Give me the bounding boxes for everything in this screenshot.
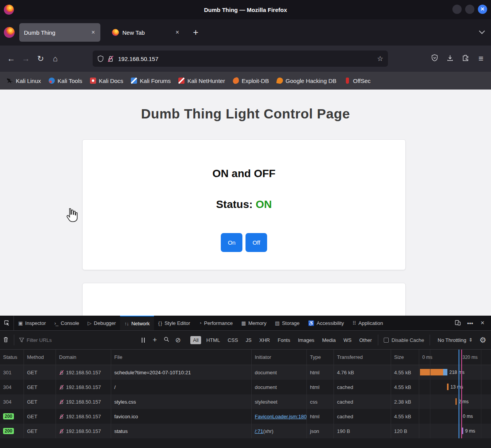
devtools-tab-application[interactable]: ⠿ Application xyxy=(348,316,387,330)
minimize-button[interactable] xyxy=(452,5,462,14)
requests-table-header: StatusMethodDomainFileInitiatorTypeTrans… xyxy=(0,350,491,365)
kali-tools-icon xyxy=(49,78,55,84)
mouse-cursor xyxy=(66,208,78,222)
request-row[interactable]: 200 GET 192.168.50.157 favicon.ico Favic… xyxy=(0,409,491,424)
shield-permissions-icon[interactable] xyxy=(97,55,104,63)
kali-nethunter-icon xyxy=(178,78,185,84)
tab-close-icon[interactable]: × xyxy=(91,29,96,36)
bookmark-kali-linux[interactable]: Kali Linux xyxy=(4,76,44,86)
status-line: Status: ON xyxy=(83,198,405,211)
status-value: ON xyxy=(256,198,272,210)
new-tab-button[interactable]: + xyxy=(188,27,204,38)
request-row[interactable]: 304 GET 192.168.50.157 styles.css styles… xyxy=(0,394,491,409)
bookmark-star-icon[interactable]: ☆ xyxy=(377,54,383,63)
responsive-design-icon[interactable] xyxy=(452,320,463,327)
filter-other[interactable]: Other xyxy=(357,336,375,344)
devtools-tab-performance[interactable]: ◔ Performance xyxy=(195,316,237,330)
insecure-lock-icon[interactable] xyxy=(107,55,114,63)
exploit-db-icon xyxy=(232,77,240,85)
requests-table: StatusMethodDomainFileInitiatorTypeTrans… xyxy=(0,350,491,438)
initiator-link[interactable]: /:71 xyxy=(255,428,263,434)
filter-urls-input[interactable]: Filter URLs xyxy=(19,337,137,343)
column-header-status[interactable]: Status xyxy=(0,350,24,365)
protections-shield-icon[interactable] xyxy=(430,54,440,64)
filter-xhr[interactable]: XHR xyxy=(257,336,273,344)
tab-label: New Tab xyxy=(122,29,175,36)
disable-cache-checkbox[interactable]: Disable Cache xyxy=(384,337,424,343)
back-icon[interactable]: ← xyxy=(4,54,19,63)
tab-dumb-thing[interactable]: Dumb Thing × xyxy=(19,23,100,42)
firefox-window: Dumb Thing — Mozilla Firefox ✕ Dumb Thin… xyxy=(0,0,491,448)
column-header-method[interactable]: Method xyxy=(24,350,56,365)
insecure-lock-icon xyxy=(59,414,64,419)
devtools-tab-inspector[interactable]: ▣ Inspector xyxy=(14,316,50,330)
column-header-size[interactable]: Size xyxy=(391,350,419,365)
forward-icon[interactable]: → xyxy=(19,54,33,63)
off-button[interactable]: Off xyxy=(246,233,267,252)
request-row[interactable]: 301 GET 192.168.50.157 schedule?time=202… xyxy=(0,365,491,380)
column-header-transferred[interactable]: Transferred xyxy=(334,350,391,365)
close-button[interactable]: ✕ xyxy=(478,5,487,14)
devtools-tab-storage[interactable]: ▤ Storage xyxy=(271,316,304,330)
kali-forums-icon xyxy=(131,78,137,84)
list-tabs-chevron-icon[interactable] xyxy=(479,29,484,33)
extensions-icon[interactable] xyxy=(461,54,471,63)
add-request-icon[interactable]: + xyxy=(149,336,161,344)
load-event-marker xyxy=(461,350,462,438)
status-label: Status: xyxy=(216,198,253,210)
filter-js[interactable]: JS xyxy=(243,336,254,344)
reload-icon[interactable]: ↻ xyxy=(33,54,48,63)
search-icon[interactable] xyxy=(161,336,172,343)
bookmark-kali-forums[interactable]: Kali Forums xyxy=(128,76,174,86)
funnel-icon xyxy=(19,337,24,343)
throttling-select[interactable]: No Throttling ⇕ xyxy=(438,337,472,343)
pause-recording-icon[interactable] xyxy=(142,338,145,343)
devtools-tab-style-editor[interactable]: { } Style Editor xyxy=(154,316,195,330)
filter-html[interactable]: HTML xyxy=(203,336,222,344)
column-header-domain[interactable]: Domain xyxy=(56,350,111,365)
url-bar[interactable]: 192.168.50.157 ☆ xyxy=(93,51,388,67)
devtools-tab-console[interactable]: ›_ Console xyxy=(50,316,83,330)
bookmark-kali-tools[interactable]: Kali Tools xyxy=(46,76,85,86)
pick-element-icon[interactable] xyxy=(0,316,14,330)
block-requests-icon[interactable]: ⊘ xyxy=(172,336,184,344)
column-header-file[interactable]: File xyxy=(111,350,252,365)
home-icon[interactable]: ⌂ xyxy=(48,54,63,63)
bookmark-kali-docs[interactable]: Kali Docs xyxy=(87,76,126,86)
column-header-type[interactable]: Type xyxy=(307,350,334,365)
network-settings-gear-icon[interactable]: ⚙ xyxy=(479,335,486,345)
filter-all[interactable]: All xyxy=(190,336,201,344)
devtools-tab-memory[interactable]: ▦ Memory xyxy=(237,316,271,330)
devtools-tab-debugger[interactable]: ▷ Debugger xyxy=(83,316,120,330)
kali-docs-icon xyxy=(90,78,96,84)
checkbox-icon[interactable] xyxy=(384,338,389,343)
bookmark-kali-nethunter[interactable]: Kali NetHunter xyxy=(175,76,228,86)
filter-fonts[interactable]: Fonts xyxy=(275,336,293,344)
initiator-link[interactable]: FaviconLoader.jsm:180 xyxy=(255,414,306,419)
tab-new-tab[interactable]: New Tab × xyxy=(103,23,185,42)
bookmark-exploit-db[interactable]: Exploit-DB xyxy=(230,76,272,86)
bookmark-google-hacking-db[interactable]: Google Hacking DB xyxy=(274,76,340,86)
menu-icon[interactable]: ≡ xyxy=(476,54,486,64)
bookmark-offsec[interactable]: OffSec xyxy=(341,76,374,86)
tab-close-icon[interactable]: × xyxy=(175,29,180,36)
filter-media[interactable]: Media xyxy=(319,336,338,344)
insecure-lock-icon xyxy=(59,385,64,390)
filter-images[interactable]: Images xyxy=(295,336,317,344)
downloads-icon[interactable] xyxy=(445,54,455,63)
firefox-icon[interactable] xyxy=(4,27,15,38)
request-row[interactable]: 200 GET 192.168.50.157 status /:71 (xhr)… xyxy=(0,424,491,438)
close-devtools-icon[interactable]: × xyxy=(477,319,488,327)
more-options-icon[interactable]: ••• xyxy=(465,320,476,326)
request-row[interactable]: 304 GET 192.168.50.157 / document html c… xyxy=(0,380,491,394)
url-text[interactable]: 192.168.50.157 xyxy=(118,56,377,62)
filter-css[interactable]: CSS xyxy=(225,336,241,344)
column-header-initiator[interactable]: Initiator xyxy=(252,350,307,365)
on-button[interactable]: On xyxy=(221,233,242,252)
insecure-lock-icon xyxy=(59,370,64,375)
devtools-tab-accessibility[interactable]: ♿ Accessibility xyxy=(304,316,348,330)
clear-requests-icon[interactable] xyxy=(0,336,12,344)
maximize-button[interactable] xyxy=(465,5,474,14)
filter-ws[interactable]: WS xyxy=(341,336,354,344)
devtools-tab-network[interactable]: ↑↓ Network xyxy=(120,316,154,330)
